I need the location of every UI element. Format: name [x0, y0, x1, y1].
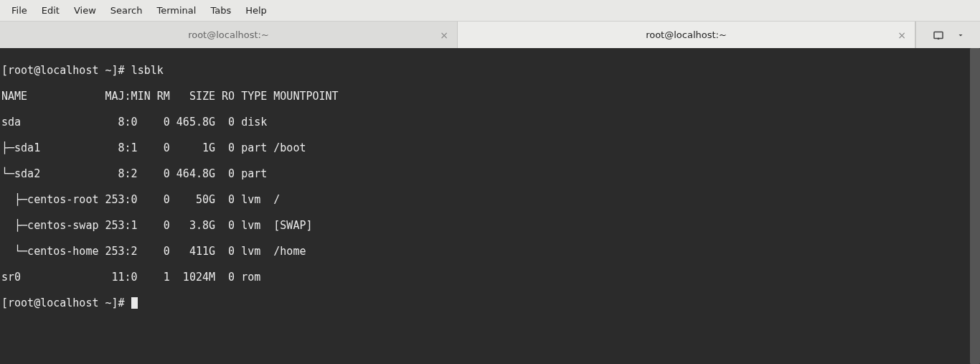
menu-view[interactable]: View: [67, 2, 103, 19]
lsblk-header: NAME MAJ:MIN RM SIZE RO TYPE MOUNTPOINT: [1, 90, 980, 103]
menubar: File Edit View Search Terminal Tabs Help: [0, 0, 980, 22]
menu-terminal[interactable]: Terminal: [149, 2, 203, 19]
tab-1[interactable]: root@localhost:~ ×: [0, 22, 458, 48]
tabbar: root@localhost:~ × root@localhost:~ ×: [0, 22, 980, 48]
prompt-line-1: [root@localhost ~]# lsblk: [1, 64, 980, 77]
tab-2[interactable]: root@localhost:~ ×: [458, 22, 915, 48]
terminal-output[interactable]: [root@localhost ~]# lsblk NAME MAJ:MIN R…: [0, 48, 980, 364]
scrollbar-track[interactable]: [970, 48, 980, 364]
menu-tabs[interactable]: Tabs: [203, 2, 238, 19]
chevron-down-icon[interactable]: [956, 31, 965, 39]
broadcast-icon[interactable]: [932, 29, 945, 42]
tab-1-title: root@localhost:~: [188, 29, 269, 40]
prompt-line-2: [root@localhost ~]#: [1, 297, 980, 309]
lsblk-row: ├─centos-swap 253:1 0 3.8G 0 lvm [SWAP]: [1, 219, 980, 232]
tab-2-close-icon[interactable]: ×: [897, 30, 906, 40]
scrollbar-thumb[interactable]: [970, 48, 980, 364]
lsblk-row: ├─centos-root 253:0 0 50G 0 lvm /: [1, 193, 980, 206]
tab-2-title: root@localhost:~: [646, 29, 727, 40]
tab-1-close-icon[interactable]: ×: [440, 30, 448, 40]
menu-edit[interactable]: Edit: [34, 2, 67, 19]
lsblk-row: └─sda2 8:2 0 464.8G 0 part: [1, 167, 980, 180]
lsblk-row: sda 8:0 0 465.8G 0 disk: [1, 116, 980, 129]
cursor: [131, 297, 138, 309]
menu-help[interactable]: Help: [238, 2, 274, 19]
menu-file[interactable]: File: [4, 2, 34, 19]
lsblk-row: sr0 11:0 1 1024M 0 rom: [1, 271, 980, 284]
lsblk-row: ├─sda1 8:1 0 1G 0 part /boot: [1, 141, 980, 154]
lsblk-row: └─centos-home 253:2 0 411G 0 lvm /home: [1, 245, 980, 258]
menu-search[interactable]: Search: [103, 2, 150, 19]
tab-tools: [915, 22, 980, 48]
